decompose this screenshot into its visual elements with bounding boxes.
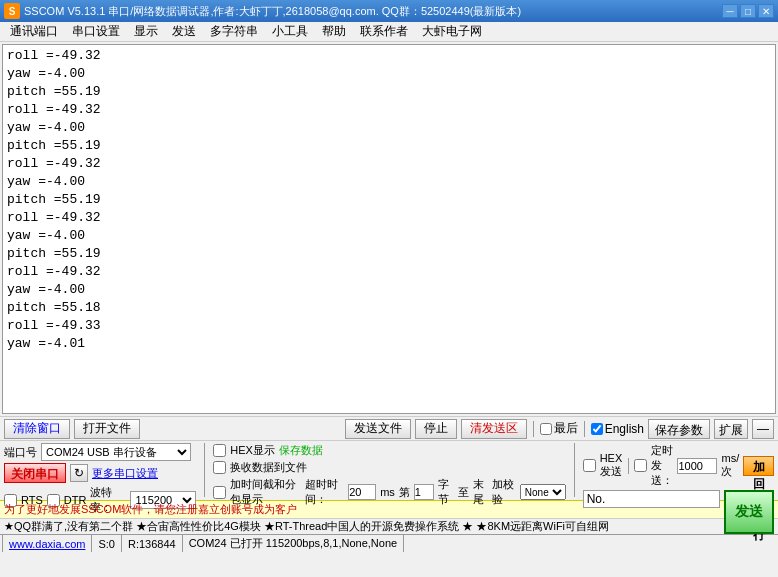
recv-file-label: 换收数据到文件 xyxy=(230,460,307,475)
hex-send-label: HEX发送 xyxy=(600,452,623,479)
close-port-button[interactable]: 关闭串口 xyxy=(4,463,66,483)
hex-send-checkbox[interactable] xyxy=(583,459,596,472)
recv-file-checkbox[interactable] xyxy=(213,461,226,474)
terminal-line: yaw =-4.00 xyxy=(7,281,771,299)
terminal-line: yaw =-4.00 xyxy=(7,65,771,83)
divider2 xyxy=(584,421,585,437)
terminal-line: pitch =55.19 xyxy=(7,191,771,209)
terminal-output: roll =-49.32yaw =-4.00pitch =55.19roll =… xyxy=(2,44,776,414)
terminal-line: pitch =55.19 xyxy=(7,245,771,263)
page-label: 第 xyxy=(399,485,410,500)
send-file-button[interactable]: 发送文件 xyxy=(345,419,411,439)
hex-display-checkbox[interactable] xyxy=(213,444,226,457)
terminal-line: roll =-49.32 xyxy=(7,209,771,227)
window-controls: ─ □ ✕ xyxy=(722,4,774,18)
menu-website[interactable]: 大虾电子网 xyxy=(416,22,488,41)
port-label: 端口号 xyxy=(4,445,37,460)
port-status: COM24 已打开 115200bps,8,1,None,None xyxy=(183,535,405,552)
menu-tools[interactable]: 小工具 xyxy=(266,22,314,41)
menu-display[interactable]: 显示 xyxy=(128,22,164,41)
menu-contact[interactable]: 联系作者 xyxy=(354,22,414,41)
send-button[interactable]: 发送 xyxy=(724,490,774,534)
terminal-line: yaw =-4.01 xyxy=(7,335,771,353)
return-carriage-button[interactable]: 加回车换行 xyxy=(743,456,774,476)
refresh-button[interactable]: ↻ xyxy=(70,464,88,482)
start-label: 至 xyxy=(458,485,469,500)
open-file-button[interactable]: 打开文件 xyxy=(74,419,140,439)
divider-v2 xyxy=(574,443,575,497)
menu-help[interactable]: 帮助 xyxy=(316,22,352,41)
timestamp-checkbox[interactable] xyxy=(213,486,226,499)
terminal-line: yaw =-4.00 xyxy=(7,173,771,191)
end-label: 末尾 xyxy=(473,477,489,507)
last-checkbox[interactable] xyxy=(540,423,552,435)
menu-send[interactable]: 发送 xyxy=(166,22,202,41)
website-link[interactable]: www.daxia.com xyxy=(9,538,85,550)
s-count-text: S:0 xyxy=(98,538,115,550)
english-checkbox[interactable] xyxy=(591,423,603,435)
english-checkbox-group: English xyxy=(591,422,644,436)
timed-send-checkbox[interactable] xyxy=(634,459,647,472)
terminal-line: yaw =-4.00 xyxy=(7,119,771,137)
port-select[interactable]: COM24 USB 串行设备 xyxy=(41,443,191,461)
s-count-status: S:0 xyxy=(92,535,122,552)
last-label: 最后 xyxy=(554,420,578,437)
title-bar-text: SSCOM V5.13.1 串口/网络数据调试器,作者:大虾丁丁,2618058… xyxy=(24,4,521,19)
timed-send-label: 定时发送： xyxy=(651,443,673,488)
port-status-text: COM24 已打开 115200bps,8,1,None,None xyxy=(189,536,398,551)
hex-display-row: HEX显示 保存数据 xyxy=(213,443,566,458)
r-count-status: R:136844 xyxy=(122,535,183,552)
ticker-text: ★QQ群满了,没有第二个群 ★合宙高性性价比4G模块 ★RT-Thread中国人… xyxy=(4,519,609,534)
r-count-text: R:136844 xyxy=(128,538,176,550)
send-section: HEX发送 定时发送： ms/次 加回车换行 发送 xyxy=(583,443,774,534)
maximize-button[interactable]: □ xyxy=(740,4,756,18)
clear-send-button[interactable]: 清发送区 xyxy=(461,419,527,439)
byte-label: 字节 xyxy=(438,477,454,507)
english-label: English xyxy=(605,422,644,436)
last-checkbox-group: 最后 xyxy=(540,420,578,437)
terminal-line: roll =-49.32 xyxy=(7,263,771,281)
clear-window-button[interactable]: 清除窗口 xyxy=(4,419,70,439)
close-port-row: 关闭串口 ↻ 更多串口设置 xyxy=(4,463,196,483)
terminal-line: roll =-49.32 xyxy=(7,101,771,119)
minimize-button[interactable]: ─ xyxy=(722,4,738,18)
terminal-line: pitch =55.19 xyxy=(7,83,771,101)
stop-button[interactable]: 停止 xyxy=(415,419,457,439)
timeout-input[interactable] xyxy=(348,484,376,500)
terminal-line: yaw =-4.00 xyxy=(7,227,771,245)
close-button[interactable]: ✕ xyxy=(758,4,774,18)
terminal-line: roll =-49.33 xyxy=(7,317,771,335)
title-bar: S SSCOM V5.13.1 串口/网络数据调试器,作者:大虾丁丁,26180… xyxy=(0,0,778,22)
expand-button[interactable]: 扩展 xyxy=(714,419,748,439)
menu-multistring[interactable]: 多字符串 xyxy=(204,22,264,41)
menu-bar: 通讯端口 串口设置 显示 发送 多字符串 小工具 帮助 联系作者 大虾电子网 xyxy=(0,22,778,42)
send-input-field[interactable] xyxy=(583,490,720,508)
save-param-button[interactable]: 保存参数 xyxy=(648,419,710,439)
menu-comport[interactable]: 通讯端口 xyxy=(4,22,64,41)
checksum-label: 加校验 xyxy=(492,477,516,507)
timed-value-input[interactable] xyxy=(677,458,717,474)
terminal-line: pitch =55.19 xyxy=(7,137,771,155)
menu-serial-settings[interactable]: 串口设置 xyxy=(66,22,126,41)
ms-label: ms xyxy=(380,486,395,498)
status-bar: www.daxia.com S:0 R:136844 COM24 已打开 115… xyxy=(0,534,778,552)
divider-v xyxy=(204,443,205,497)
title-bar-left: S SSCOM V5.13.1 串口/网络数据调试器,作者:大虾丁丁,26180… xyxy=(4,3,521,19)
more-settings-button[interactable]: 更多串口设置 xyxy=(92,466,158,481)
toolbar-row: 清除窗口 打开文件 发送文件 停止 清发送区 最后 English 保存参数 扩… xyxy=(0,416,778,440)
terminal-line: pitch =55.18 xyxy=(7,299,771,317)
checksum-select[interactable]: None xyxy=(520,484,566,500)
display-section: HEX显示 保存数据 换收数据到文件 加时间截和分包显示 超时时间： ms 第 … xyxy=(213,443,566,507)
port-row: 端口号 COM24 USB 串行设备 xyxy=(4,443,196,461)
page-input[interactable] xyxy=(414,484,434,500)
website-status[interactable]: www.daxia.com xyxy=(2,535,92,552)
timed-unit-label: ms/次 xyxy=(721,452,739,479)
app-icon: S xyxy=(4,3,20,19)
terminal-line: roll =-49.32 xyxy=(7,155,771,173)
hex-display-label: HEX显示 xyxy=(230,443,275,458)
save-data-btn[interactable]: 保存数据 xyxy=(279,443,323,458)
bottom-strip-text: 为了更好地发展SSCOM软件，请您注册嘉立创账号成为客户 xyxy=(4,502,297,517)
dash-button[interactable]: — xyxy=(752,419,774,439)
control-panel: 端口号 COM24 USB 串行设备 关闭串口 ↻ 更多串口设置 RTS DTR… xyxy=(0,440,778,500)
recv-file-row: 换收数据到文件 xyxy=(213,460,566,475)
